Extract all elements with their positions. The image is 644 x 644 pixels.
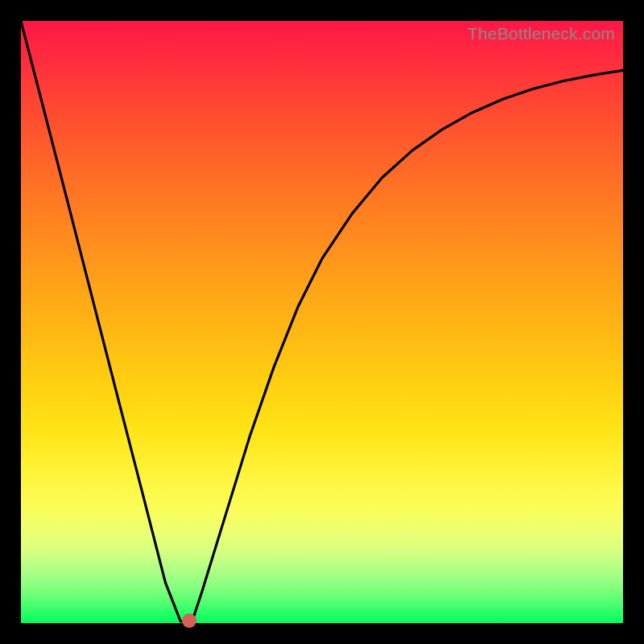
watermark-text: TheBottleneck.com: [468, 24, 615, 43]
chart-frame: TheBottleneck.com: [0, 0, 644, 644]
optimal-point-marker: [182, 613, 196, 628]
plot-area: TheBottleneck.com: [21, 21, 623, 623]
bottleneck-curve: [21, 21, 623, 623]
